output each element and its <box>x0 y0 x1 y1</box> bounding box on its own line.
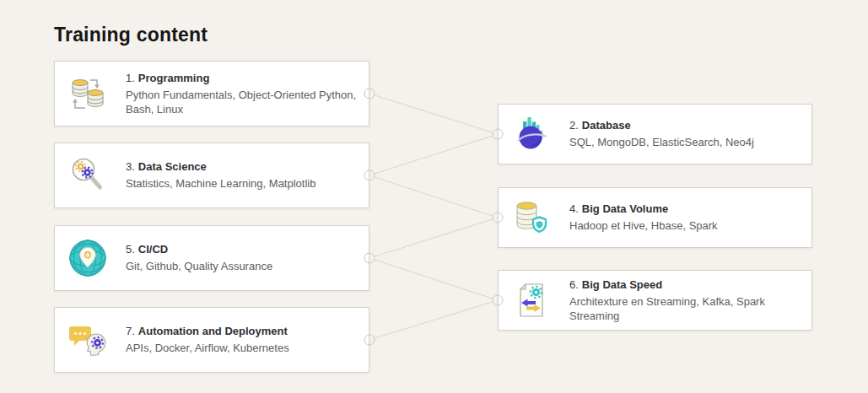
card-ci-cd: 5.CI/CD Git, Github, Quality Assurance <box>54 225 369 291</box>
card-description: Statistics, Machine Learning, Matplotlib <box>126 176 362 191</box>
card-description: Git, Github, Quality Assurance <box>126 259 362 273</box>
card-description: Architexture en Streaming, Kafka, Spark … <box>569 294 805 323</box>
connector-line <box>375 260 493 299</box>
page-title: Training content <box>54 24 208 46</box>
card-title: 1.Programming <box>126 72 362 85</box>
database-transfer-icon <box>67 73 108 114</box>
connector-line <box>375 136 493 174</box>
card-description: APIs, Docker, Airflow, Kubernetes <box>126 341 362 355</box>
database-shield-icon <box>511 197 552 238</box>
card-programming: 1.Programming Python Fundamentals, Objec… <box>54 61 369 127</box>
database-globe-icon <box>511 114 552 154</box>
magnifier-gears-icon <box>67 155 108 196</box>
card-description: SQL, MongoDB, ElasticSearch, Neo4j <box>569 135 805 149</box>
chat-head-gear-icon <box>67 320 108 360</box>
card-description: Hadoop et Hive, Hbase, Spark <box>569 218 805 233</box>
connector-line <box>375 95 493 132</box>
card-big-data-speed: 6.Big Data Speed Architexture en Streami… <box>498 270 812 331</box>
training-content-section: Training content <box>0 0 868 393</box>
card-automation-deployment: 7.Automation and Deployment APIs, Docker… <box>54 307 369 373</box>
connector-line <box>375 177 493 216</box>
card-title: 5.CI/CD <box>126 243 362 256</box>
card-title: 2.Database <box>569 119 805 132</box>
globe-pin-icon <box>67 238 108 278</box>
connector-line <box>375 302 493 338</box>
card-data-science: 3.Data Science Statistics, Machine Learn… <box>54 143 369 208</box>
document-gear-arrows-icon <box>511 280 552 320</box>
card-title: 7.Automation and Deployment <box>126 325 362 338</box>
card-big-data-volume: 4.Big Data Volume Hadoop et Hive, Hbase,… <box>498 187 812 248</box>
card-description: Python Fundamentals, Object-Oriented Pyt… <box>126 88 362 116</box>
card-title: 3.Data Science <box>126 160 362 174</box>
card-database: 2.Database SQL, MongoDB, ElasticSearch, … <box>498 104 812 164</box>
connector-line <box>375 219 493 256</box>
card-title: 6.Big Data Speed <box>569 278 805 292</box>
card-title: 4.Big Data Volume <box>569 202 805 216</box>
